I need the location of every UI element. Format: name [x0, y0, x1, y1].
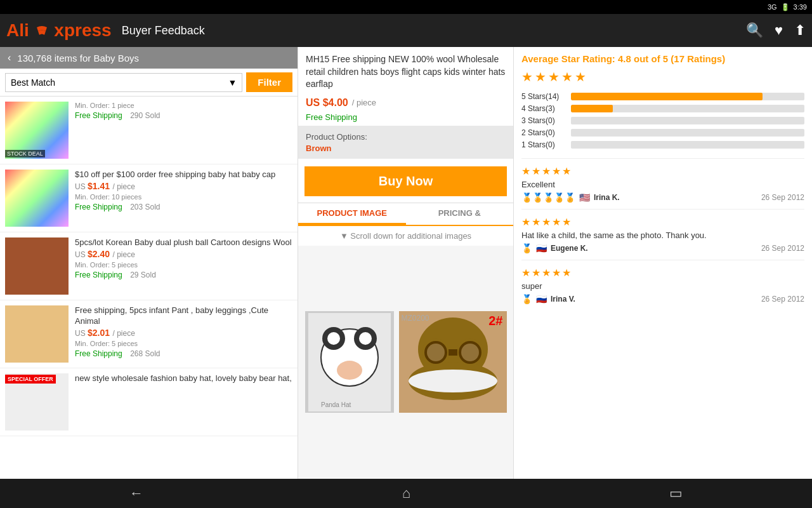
list-item[interactable]: $10 off per $100 order free shipping bab… — [0, 164, 298, 232]
review-stars-2: ★ ★ ★ ★ ★ — [521, 267, 804, 279]
sidebar: ‹ 130,768 items for Baby Boys Best Match… — [0, 47, 298, 479]
review-meta-1: 🏅 🇷🇺 Eugene K. 26 Sep 2012 — [521, 243, 804, 253]
tabs-bar: PRODUCT IMAGE PRICING & — [298, 203, 513, 226]
review-date-1: 26 Sep 2012 — [761, 244, 804, 253]
price-unit: / piece — [113, 329, 135, 338]
bottom-nav: ← ⌂ ▭ — [0, 479, 812, 508]
list-item[interactable]: Free shipping, 5pcs infant Pant , baby l… — [0, 300, 298, 368]
svg-text:Panda Hat: Panda Hat — [321, 401, 351, 408]
product-title: 5pcs/lot Korean Baby dual plush ball Car… — [75, 237, 292, 248]
share-icon[interactable]: ⬆ — [794, 22, 806, 39]
stock-badge: STOCK DEAL — [5, 150, 45, 157]
reviewer-name-2: Irina V. — [551, 295, 575, 304]
rating-label-3: 3 Stars(0) — [521, 116, 566, 125]
review-text-0: Excellent — [521, 180, 804, 189]
list-item[interactable]: STOCK DEAL Min. Order: 1 piece Free Ship… — [0, 97, 298, 164]
flag-icon-1: 🇷🇺 — [536, 243, 547, 253]
price-row: US $4.00 / piece — [298, 95, 513, 111]
rating-label-1: 1 Stars(0) — [521, 140, 566, 149]
product-options: Product Options: Brown — [298, 126, 513, 159]
shipping-label: Free Shipping — [75, 111, 122, 120]
special-badge: SPECIAL OFFER — [5, 375, 56, 384]
rating-row-4: 4 Stars(3) — [521, 104, 804, 113]
review-stars-0: ★ ★ ★ ★ ★ — [521, 165, 804, 177]
product-info: $10 off per $100 order free shipping bab… — [75, 170, 292, 227]
product-price: $2.40 — [88, 249, 110, 259]
rating-bar-bg-1 — [571, 141, 804, 149]
product-thumbnail — [5, 170, 69, 227]
filter-button[interactable]: Filter — [246, 72, 292, 92]
product-thumbnail: STOCK DEAL — [5, 102, 69, 159]
min-order: Min. Order: 5 pieces — [75, 340, 292, 347]
network-indicator: 3G — [768, 3, 777, 11]
detail-price: US $4.00 — [306, 97, 348, 109]
app-header: Ali xpress Buyer Feedback 🔍 ♥ ⬆ — [0, 14, 812, 47]
product-title: Free shipping, 5pcs infant Pant , baby l… — [75, 305, 292, 327]
options-label: Product Options: — [306, 132, 367, 142]
min-order: Min. Order: 1 piece — [75, 102, 292, 109]
svg-rect-15 — [449, 349, 457, 356]
sidebar-header: ‹ 130,768 items for Baby Boys — [0, 47, 298, 69]
dropdown-arrow-icon: ▼ — [228, 77, 237, 88]
list-item[interactable]: 5pcs/lot Korean Baby dual plush ball Car… — [0, 232, 298, 300]
min-order: Min. Order: 5 pieces — [75, 261, 292, 269]
buy-now-button[interactable]: Buy Now — [304, 166, 507, 196]
rating-bars: 5 Stars(14) 4 Stars(3) 3 Stars(0) 2 Star… — [521, 92, 804, 149]
product-image-right: MZ0200 2# — [399, 311, 507, 413]
list-item[interactable]: SPECIAL OFFER new style wholesale fashio… — [0, 368, 298, 436]
back-button[interactable]: ← — [117, 481, 156, 505]
review-stars-1: ★ ★ ★ ★ ★ — [521, 216, 804, 228]
sort-label: Best Match — [11, 77, 55, 88]
tab-pricing[interactable]: PRICING & — [406, 203, 514, 225]
product-thumbnail — [5, 305, 69, 363]
rating-bar-fill-5 — [571, 93, 763, 100]
favorites-icon[interactable]: ♥ — [775, 22, 783, 39]
svg-point-14 — [461, 344, 479, 361]
rating-row-1: 1 Stars(0) — [521, 140, 804, 149]
sold-count: 203 Sold — [130, 203, 160, 211]
product-image-area: Panda Hat MZ0200 — [298, 246, 513, 479]
product-list: STOCK DEAL Min. Order: 1 piece Free Ship… — [0, 97, 298, 479]
price-unit: / piece — [113, 182, 135, 191]
home-button[interactable]: ⌂ — [390, 481, 423, 505]
product-detail: MH15 Free shipping NEW 100% wool Wholesa… — [298, 47, 514, 479]
price-unit: / piece — [113, 250, 135, 259]
shipping-label: Free Shipping — [75, 349, 122, 358]
shipping-label: Free Shipping — [75, 271, 122, 279]
filter-bar: Best Match ▼ Filter — [0, 69, 298, 97]
rating-row-3: 3 Stars(0) — [521, 116, 804, 125]
svg-point-16 — [409, 370, 497, 392]
product-info: Free shipping, 5pcs infant Pant , baby l… — [75, 305, 292, 363]
product-thumbnail: SPECIAL OFFER — [5, 373, 69, 431]
svg-point-5 — [359, 332, 372, 345]
avg-stars: ★ ★ ★ ★ ★ — [521, 69, 804, 84]
scroll-hint-text: ▼ Scroll down for additional images — [340, 231, 471, 241]
reviewer-name-1: Eugene K. — [551, 244, 588, 253]
option-value[interactable]: Brown — [306, 144, 331, 153]
image-label: 2# — [488, 314, 502, 328]
review-meta-0: 🏅🏅🏅🏅🏅 🇺🇸 Irina K. 26 Sep 2012 — [521, 192, 804, 203]
rating-row-5: 5 Stars(14) — [521, 92, 804, 101]
min-order: Min. Order: 10 pieces — [75, 193, 292, 201]
sold-count: 29 Sold — [130, 271, 156, 279]
rating-row-2: 2 Stars(0) — [521, 128, 804, 137]
recent-apps-button[interactable]: ▭ — [657, 481, 695, 505]
app-logo: Ali xpress — [6, 20, 112, 41]
review-meta-2: 🏅 🇷🇺 Irina V. 26 Sep 2012 — [521, 294, 804, 304]
back-arrow[interactable]: ‹ — [8, 52, 11, 64]
review-text-2: super — [521, 281, 804, 291]
review-item: ★ ★ ★ ★ ★ Hat like a child, the same as … — [521, 209, 804, 260]
search-icon[interactable]: 🔍 — [746, 22, 763, 39]
sold-count: 268 Sold — [130, 349, 160, 358]
rating-bar-bg-3 — [571, 117, 804, 124]
tab-product-image[interactable]: PRODUCT IMAGE — [298, 203, 406, 225]
sort-dropdown[interactable]: Best Match ▼ — [5, 73, 242, 92]
review-date-2: 26 Sep 2012 — [761, 295, 804, 304]
time-display: 3:39 — [794, 3, 807, 11]
product-price: $1.41 — [88, 181, 110, 191]
reviewer-name-0: Irina K. — [594, 193, 620, 202]
rating-bar-bg-5 — [571, 93, 804, 100]
product-info: Min. Order: 1 piece Free Shipping 290 So… — [75, 102, 292, 159]
medal-icon-0: 🏅🏅🏅🏅🏅 — [521, 192, 575, 203]
product-thumbnail — [5, 237, 69, 295]
